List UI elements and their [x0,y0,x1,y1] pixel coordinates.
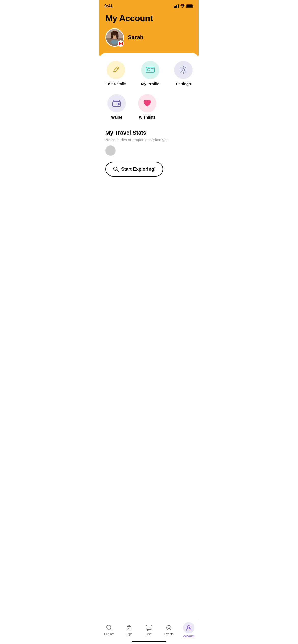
svg-line-24 [117,170,119,172]
wallet-item[interactable]: Wallet [107,94,126,119]
my-profile-item[interactable]: My Profile [141,61,159,86]
wishlists-item[interactable]: Wishlists [138,94,156,119]
svg-rect-21 [118,103,120,105]
content-section: Edit Details My Profile [99,53,199,177]
start-exploring-button[interactable]: Start Exploring! [105,162,163,177]
travel-stats-title: My Travel Stats [105,129,193,136]
svg-point-11 [111,33,113,39]
gear-icon [179,66,188,74]
settings-item[interactable]: Settings [174,61,193,86]
wifi-icon [180,4,185,8]
edit-details-item[interactable]: Edit Details [105,61,126,86]
svg-rect-2 [176,5,177,8]
svg-rect-1 [175,6,176,8]
wallet-icon [112,99,121,107]
page-title: My Account [105,13,193,23]
wallet-icon-circle [107,94,126,112]
battery-icon [186,4,194,8]
heart-icon [143,99,152,108]
pencil-icon [112,66,120,74]
user-row: 🇨🇦 Sarah [105,28,193,47]
avatar-wrap[interactable]: 🇨🇦 [105,28,124,47]
svg-point-12 [116,33,118,39]
svg-point-19 [182,69,185,71]
svg-point-15 [147,68,150,71]
edit-details-label: Edit Details [105,82,126,86]
globe-icon [105,145,116,156]
wishlists-icon-circle [138,94,156,112]
search-icon [113,166,119,172]
wishlists-label: Wishlists [139,115,156,119]
travel-stats-section: My Travel Stats No countries or properti… [105,129,193,156]
wallet-label: Wallet [111,115,122,119]
travel-stats-subtitle: No countries or properties visited yet. [105,138,193,142]
header-section: My Account 🇨� [99,11,199,56]
settings-icon-circle [174,61,193,79]
top-actions-row: Edit Details My Profile [105,61,193,86]
flag-badge: 🇨🇦 [118,40,124,47]
edit-details-icon-circle [107,61,125,79]
svg-rect-0 [174,6,175,8]
status-icons [174,4,194,8]
my-profile-label: My Profile [141,82,159,86]
user-name: Sarah [128,34,143,41]
explore-btn-label: Start Exploring! [121,167,156,172]
svg-rect-6 [187,5,192,7]
svg-point-4 [182,7,183,8]
profile-card-icon [146,66,155,74]
status-bar: 9:41 [99,0,199,11]
svg-rect-3 [178,4,179,8]
bottom-actions-row: Wallet Wishlists [105,94,193,119]
status-time: 9:41 [104,4,113,9]
my-profile-icon-circle [141,61,159,79]
signal-icon [174,4,179,8]
settings-label: Settings [176,82,191,86]
